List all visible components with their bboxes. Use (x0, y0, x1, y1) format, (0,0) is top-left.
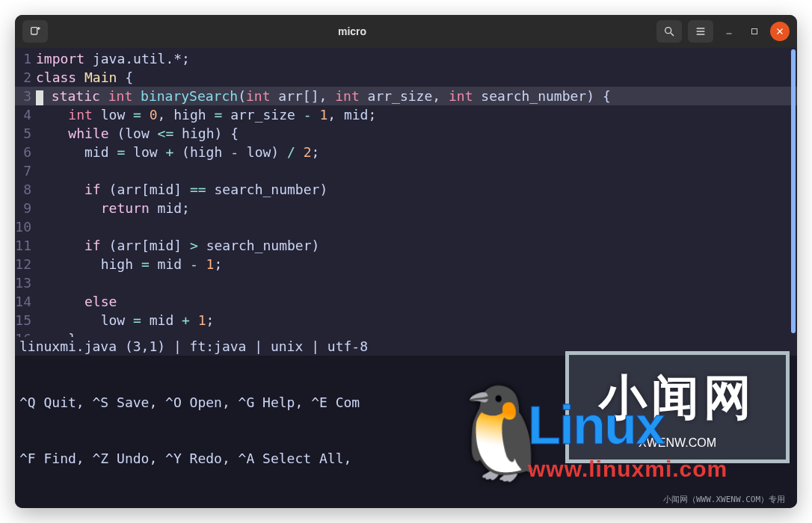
svg-point-3 (665, 28, 671, 34)
svg-rect-0 (31, 28, 37, 34)
line-number: 2 (15, 68, 36, 87)
line-number: 14 (15, 292, 36, 311)
code-line[interactable]: 11 if (arr[mid] > search_number) (15, 236, 797, 255)
code-line[interactable]: 3 static int binarySearch(int arr[], int… (15, 87, 797, 105)
app-window: micro 1import java.util.*;2class Main {3… (15, 15, 797, 508)
code-content: int low = 0, high = arr_size - 1, mid; (36, 105, 376, 124)
code-content: static int binarySearch(int arr[], int a… (36, 87, 611, 105)
code-content: while (low <= high) { (36, 124, 239, 143)
line-number: 9 (15, 199, 36, 217)
code-line[interactable]: 15 low = mid + 1; (15, 311, 797, 329)
line-number: 15 (15, 311, 36, 329)
line-number: 1 (15, 49, 36, 68)
code-line[interactable]: 4 int low = 0, high = arr_size - 1, mid; (15, 105, 797, 124)
search-button[interactable] (656, 20, 682, 43)
code-line[interactable]: 1import java.util.*; (15, 49, 797, 68)
maximize-button[interactable] (745, 22, 764, 41)
code-content: import java.util.*; (36, 49, 190, 68)
code-line[interactable]: 13 (15, 273, 797, 292)
line-number: 3 (15, 87, 36, 105)
code-content: } (36, 329, 76, 337)
code-content: mid = low + (high - low) / 2; (36, 143, 319, 161)
line-number: 4 (15, 105, 36, 124)
code-line[interactable]: 10 (15, 217, 797, 236)
cursor (36, 90, 43, 105)
svg-rect-9 (752, 29, 757, 34)
code-content: low = mid + 1; (36, 311, 214, 329)
line-number: 7 (15, 161, 36, 180)
help-row-2: ^F Find, ^Z Undo, ^Y Redo, ^A Select All… (19, 449, 793, 468)
code-content: return mid; (36, 199, 190, 217)
code-line[interactable]: 5 while (low <= high) { (15, 124, 797, 143)
code-line[interactable]: 7 (15, 161, 797, 180)
titlebar: micro (15, 15, 797, 48)
code-content: else (36, 292, 117, 311)
new-tab-button[interactable] (22, 20, 48, 43)
svg-line-4 (671, 33, 674, 36)
code-content: if (arr[mid] > search_number) (36, 236, 319, 255)
code-line[interactable]: 12 high = mid - 1; (15, 255, 797, 273)
scrollbar[interactable] (791, 49, 796, 333)
line-number: 11 (15, 236, 36, 255)
line-number: 10 (15, 217, 36, 236)
code-line[interactable]: 14 else (15, 292, 797, 311)
help-row-1: ^Q Quit, ^S Save, ^O Open, ^G Help, ^E C… (19, 393, 793, 412)
code-content: if (arr[mid] == search_number) (36, 180, 327, 199)
help-bar: ^Q Quit, ^S Save, ^O Open, ^G Help, ^E C… (15, 356, 797, 508)
line-number: 16 (15, 329, 36, 337)
menu-button[interactable] (688, 20, 713, 43)
code-line[interactable]: 9 return mid; (15, 199, 797, 217)
window-title: micro (54, 25, 650, 37)
code-line[interactable]: 16 } (15, 329, 797, 337)
code-line[interactable]: 6 mid = low + (high - low) / 2; (15, 143, 797, 161)
code-line[interactable]: 2class Main { (15, 68, 797, 87)
line-number: 8 (15, 180, 36, 199)
code-line[interactable]: 8 if (arr[mid] == search_number) (15, 180, 797, 199)
status-bar: linuxmi.java (3,1) | ft:java | unix | ut… (15, 337, 797, 356)
code-content: high = mid - 1; (36, 255, 222, 273)
editor-area[interactable]: 1import java.util.*;2class Main {3 stati… (15, 48, 797, 337)
line-number: 12 (15, 255, 36, 273)
close-button[interactable] (770, 22, 790, 41)
line-number: 5 (15, 124, 36, 143)
line-number: 6 (15, 143, 36, 161)
line-number: 13 (15, 273, 36, 292)
minimize-button[interactable] (719, 22, 739, 41)
code-content: class Main { (36, 68, 133, 87)
